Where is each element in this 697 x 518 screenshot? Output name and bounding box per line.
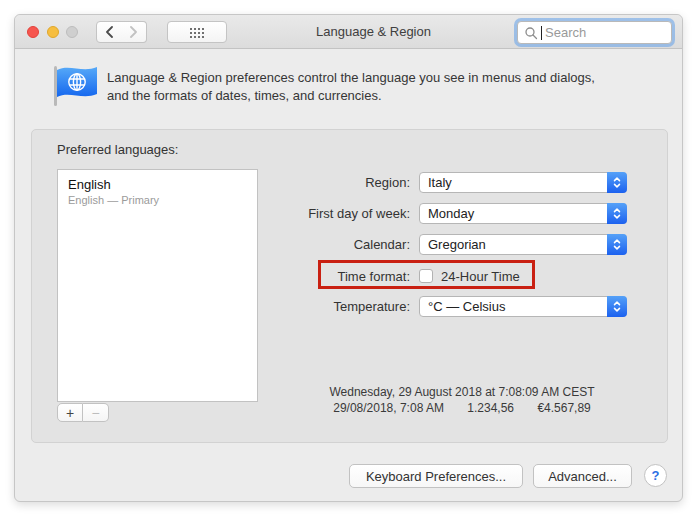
24-hour-time-checkbox[interactable] xyxy=(419,269,433,283)
show-all-button[interactable] xyxy=(167,21,227,43)
chevron-left-icon xyxy=(105,26,114,38)
forward-button[interactable] xyxy=(121,21,147,43)
add-language-button[interactable]: + xyxy=(57,403,83,422)
temperature-value: °C — Celsius xyxy=(428,299,505,314)
popup-stepper-icon xyxy=(607,172,627,193)
region-row: Region: Italy xyxy=(32,172,667,193)
advanced-button[interactable]: Advanced... xyxy=(533,464,632,488)
region-label: Region: xyxy=(32,172,410,193)
remove-language-button[interactable]: − xyxy=(83,403,109,422)
search-field[interactable] xyxy=(517,21,672,44)
preview-currency: €4.567,89 xyxy=(537,400,590,416)
zoom-window-button xyxy=(66,26,78,38)
first-day-row: First day of week: Monday xyxy=(32,203,667,224)
content-panel: Preferred languages: English English — P… xyxy=(31,129,668,443)
chevron-right-icon xyxy=(129,26,138,38)
add-remove-control: + − xyxy=(57,403,109,422)
calendar-value: Gregorian xyxy=(428,237,486,252)
help-button[interactable]: ? xyxy=(644,464,667,487)
close-window-button[interactable] xyxy=(27,26,39,38)
24-hour-time-checkbox-label[interactable]: 24-Hour Time xyxy=(441,266,520,287)
search-icon xyxy=(524,26,538,40)
back-button[interactable] xyxy=(96,21,122,43)
temperature-label: Temperature: xyxy=(32,296,410,317)
popup-stepper-icon xyxy=(607,234,627,255)
header-description: Language & Region preferences control th… xyxy=(107,69,667,105)
language-region-window: Language & Region xyxy=(14,14,683,502)
text-caret xyxy=(541,26,542,40)
grid-icon xyxy=(189,27,206,38)
calendar-row: Calendar: Gregorian xyxy=(32,234,667,255)
temperature-popup[interactable]: °C — Celsius xyxy=(419,296,627,317)
popup-stepper-icon xyxy=(607,296,627,317)
preview-long-date: Wednesday, 29 August 2018 at 7:08:09 AM … xyxy=(262,384,662,400)
time-format-row: Time format: 24-Hour Time xyxy=(32,266,667,287)
preview-short-date: 29/08/2018, 7:08 AM xyxy=(333,400,444,416)
header-description-line2: and the formats of dates, times, and cur… xyxy=(107,88,382,103)
first-day-popup[interactable]: Monday xyxy=(419,203,627,224)
titlebar[interactable]: Language & Region xyxy=(15,15,682,49)
window-title: Language & Region xyxy=(245,15,502,49)
language-region-flag-icon xyxy=(51,62,101,108)
region-value: Italy xyxy=(428,175,452,190)
time-format-label: Time format: xyxy=(32,266,410,287)
calendar-label: Calendar: xyxy=(32,234,410,255)
preferred-languages-label: Preferred languages: xyxy=(57,142,178,157)
calendar-popup[interactable]: Gregorian xyxy=(419,234,627,255)
popup-stepper-icon xyxy=(607,203,627,224)
preview-second-line: 29/08/2018, 7:08 AM 1.234,56 €4.567,89 xyxy=(262,400,662,416)
region-popup[interactable]: Italy xyxy=(419,172,627,193)
minimize-window-button[interactable] xyxy=(47,26,59,38)
first-day-value: Monday xyxy=(428,206,474,221)
format-preview: Wednesday, 29 August 2018 at 7:08:09 AM … xyxy=(262,384,662,416)
preview-number: 1.234,56 xyxy=(467,400,514,416)
temperature-row: Temperature: °C — Celsius xyxy=(32,296,667,317)
screen: Language & Region xyxy=(0,0,697,518)
keyboard-preferences-button[interactable]: Keyboard Preferences... xyxy=(349,464,523,488)
header-description-line1: Language & Region preferences control th… xyxy=(107,70,595,85)
first-day-label: First day of week: xyxy=(32,203,410,224)
search-input[interactable] xyxy=(543,24,667,41)
